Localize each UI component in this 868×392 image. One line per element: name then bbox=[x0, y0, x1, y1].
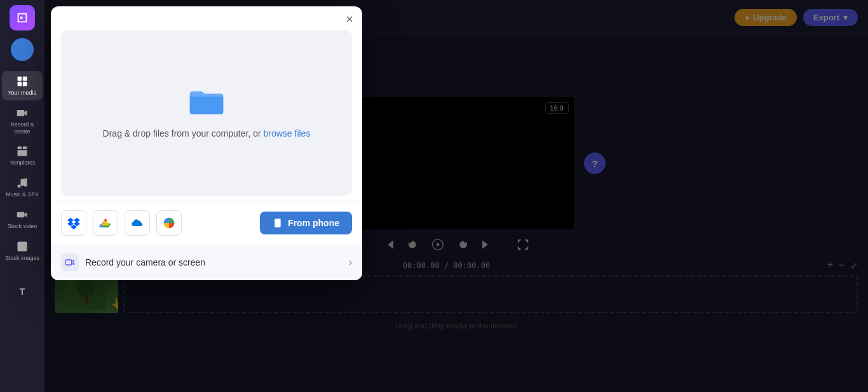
cloud-services bbox=[61, 210, 182, 236]
sidebar-item-label: Stock images bbox=[5, 255, 39, 262]
sidebar-item-label: Templates bbox=[9, 159, 35, 166]
drop-title: Drag & drop files from your computer, or bbox=[103, 128, 264, 139]
modal-bottom: From phone bbox=[51, 201, 362, 245]
app-logo bbox=[10, 5, 35, 30]
sidebar-item-stock-video[interactable]: Stock video bbox=[2, 205, 43, 234]
svg-point-22 bbox=[277, 225, 278, 226]
record-section[interactable]: Record your camera or screen › bbox=[51, 245, 362, 280]
dropbox-button[interactable] bbox=[61, 210, 86, 236]
svg-point-12 bbox=[20, 244, 21, 246]
svg-rect-10 bbox=[17, 212, 25, 217]
upload-modal: × Drag & drop files from your computer, … bbox=[51, 6, 362, 280]
svg-point-8 bbox=[18, 185, 21, 188]
sidebar-item-text[interactable]: T bbox=[2, 268, 43, 301]
record-text: Record your camera or screen bbox=[85, 257, 205, 267]
sidebar-item-your-media[interactable]: Your media bbox=[2, 71, 43, 100]
browse-files-link[interactable]: browse files bbox=[263, 128, 310, 139]
svg-rect-1 bbox=[23, 77, 27, 81]
from-phone-button[interactable]: From phone bbox=[260, 212, 352, 234]
modal-close-button[interactable]: × bbox=[346, 13, 353, 25]
sidebar-item-stock-images[interactable]: Stock images bbox=[2, 236, 43, 266]
svg-rect-7 bbox=[18, 151, 27, 156]
svg-rect-6 bbox=[23, 147, 27, 149]
sidebar-item-label: Stock video bbox=[8, 223, 37, 230]
from-phone-label: From phone bbox=[288, 218, 339, 228]
record-chevron-icon: › bbox=[349, 257, 352, 268]
folder-icon bbox=[187, 86, 226, 118]
sidebar-item-record-create[interactable]: Record & create bbox=[2, 103, 43, 139]
svg-rect-5 bbox=[18, 147, 22, 149]
google-drive-button[interactable] bbox=[93, 210, 118, 236]
onedrive-button[interactable] bbox=[125, 210, 150, 236]
modal-overlay: × Drag & drop files from your computer, … bbox=[44, 0, 868, 392]
svg-rect-2 bbox=[18, 82, 22, 86]
drop-text: Drag & drop files from your computer, or… bbox=[103, 127, 311, 140]
main-content: led video ⋮ ♦ ♦ Upgrade Export ▾ 16:9 bbox=[44, 0, 868, 392]
sidebar-item-label: T bbox=[20, 287, 25, 297]
record-left: Record your camera or screen bbox=[61, 253, 205, 271]
svg-rect-3 bbox=[23, 82, 27, 86]
camera-screen-icon bbox=[61, 253, 79, 271]
sidebar-item-label: Record & create bbox=[4, 121, 40, 135]
sidebar-item-music-sfx[interactable]: Music & SFX bbox=[2, 173, 43, 202]
modal-drop-area: Drag & drop files from your computer, or… bbox=[61, 30, 352, 196]
svg-rect-23 bbox=[65, 260, 71, 265]
sidebar-item-label: Your media bbox=[8, 90, 36, 97]
sidebar-item-label: Music & SFX bbox=[6, 191, 39, 198]
svg-point-9 bbox=[24, 184, 27, 187]
sidebar: Your media Record & create Templates Mus… bbox=[0, 0, 44, 392]
google-photos-button[interactable] bbox=[156, 210, 182, 236]
svg-rect-4 bbox=[17, 110, 25, 116]
sidebar-item-templates[interactable]: Templates bbox=[2, 141, 43, 170]
modal-header: × bbox=[51, 6, 362, 25]
svg-rect-0 bbox=[18, 77, 22, 81]
add-media-button[interactable] bbox=[11, 38, 34, 61]
